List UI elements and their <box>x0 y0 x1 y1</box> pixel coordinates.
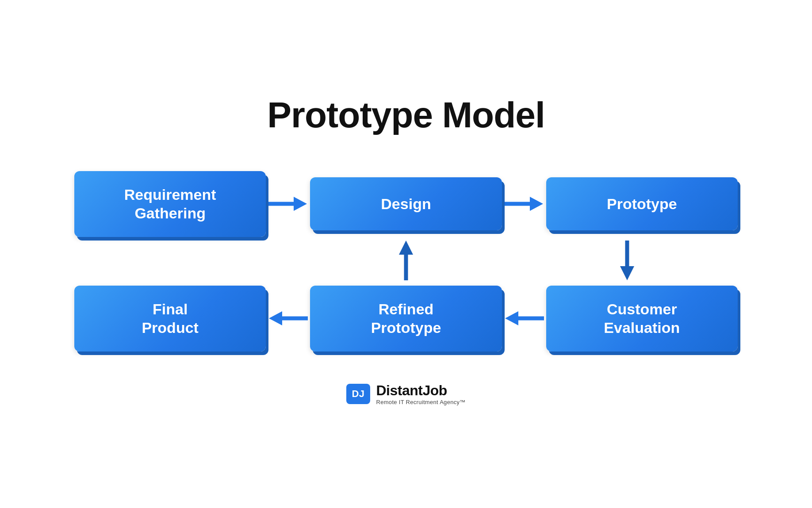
logo-tagline: Remote IT Recruitment Agency™ <box>376 399 466 405</box>
node-design: Design <box>310 177 502 230</box>
svg-marker-9 <box>269 311 282 325</box>
node-final-product: Final Product <box>74 286 266 351</box>
page-title: Prototype Model <box>267 94 544 136</box>
svg-marker-7 <box>620 266 634 280</box>
arrow-right-1 <box>266 194 310 214</box>
logo-box: DJ <box>346 384 370 404</box>
node-customer-evaluation: Customer Evaluation <box>546 286 738 351</box>
node-prototype: Prototype <box>546 177 738 230</box>
bottom-row: Final Product Refined Prototype Customer… <box>74 286 738 351</box>
node-refined-prototype: Refined Prototype <box>310 286 502 351</box>
arrow-down <box>517 241 738 282</box>
logo-section: DJ DistantJob Remote IT Recruitment Agen… <box>346 382 465 405</box>
node-requirement-gathering: Requirement Gathering <box>74 171 266 237</box>
arrow-right-2 <box>502 194 546 214</box>
arrow-left-1 <box>266 309 310 328</box>
svg-marker-5 <box>399 241 413 255</box>
top-row: Requirement Gathering Design Prototype <box>74 171 738 237</box>
logo-text-block: DistantJob Remote IT Recruitment Agency™ <box>376 382 466 405</box>
logo-company-name: DistantJob <box>376 382 466 399</box>
diagram-container: Requirement Gathering Design Prototype <box>52 171 760 351</box>
arrow-left-2 <box>502 309 546 328</box>
svg-marker-1 <box>294 197 307 211</box>
svg-marker-3 <box>530 197 543 211</box>
svg-marker-11 <box>505 311 518 325</box>
vertical-arrows-row <box>74 237 738 286</box>
arrow-up <box>295 241 517 282</box>
